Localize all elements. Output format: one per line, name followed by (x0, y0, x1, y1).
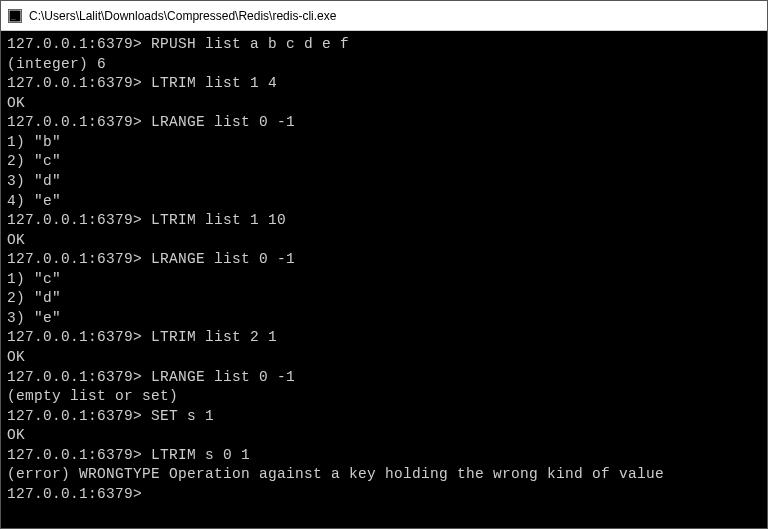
terminal-output-line: (integer) 6 (7, 55, 761, 75)
terminal-command-line: 127.0.0.1:6379> LRANGE list 0 -1 (7, 368, 761, 388)
terminal-icon: _ (7, 8, 23, 24)
terminal-command-line: 127.0.0.1:6379> LTRIM s 0 1 (7, 446, 761, 466)
terminal-output-line: OK (7, 426, 761, 446)
terminal-command-line: 127.0.0.1:6379> LRANGE list 0 -1 (7, 250, 761, 270)
terminal-output-line: (error) WRONGTYPE Operation against a ke… (7, 465, 761, 485)
terminal-command-line: 127.0.0.1:6379> SET s 1 (7, 407, 761, 427)
window-title: C:\Users\Lalit\Downloads\Compressed\Redi… (29, 9, 336, 23)
terminal-output-line: (empty list or set) (7, 387, 761, 407)
terminal-command-line: 127.0.0.1:6379> LTRIM list 2 1 (7, 328, 761, 348)
svg-text:_: _ (11, 11, 16, 20)
window-titlebar[interactable]: _ C:\Users\Lalit\Downloads\Compressed\Re… (1, 1, 767, 31)
terminal-output-line: 3) "d" (7, 172, 761, 192)
terminal-command-line: 127.0.0.1:6379> (7, 485, 761, 505)
terminal-output-line: 2) "c" (7, 152, 761, 172)
terminal-output-line: OK (7, 348, 761, 368)
terminal-output-line: OK (7, 94, 761, 114)
terminal-output-line: 1) "b" (7, 133, 761, 153)
terminal-output-line: 3) "e" (7, 309, 761, 329)
terminal-output-line: OK (7, 231, 761, 251)
terminal-output-line: 1) "c" (7, 270, 761, 290)
terminal-output[interactable]: 127.0.0.1:6379> RPUSH list a b c d e f(i… (1, 31, 767, 509)
terminal-command-line: 127.0.0.1:6379> LRANGE list 0 -1 (7, 113, 761, 133)
terminal-command-line: 127.0.0.1:6379> RPUSH list a b c d e f (7, 35, 761, 55)
terminal-command-line: 127.0.0.1:6379> LTRIM list 1 10 (7, 211, 761, 231)
terminal-output-line: 4) "e" (7, 192, 761, 212)
terminal-command-line: 127.0.0.1:6379> LTRIM list 1 4 (7, 74, 761, 94)
terminal-output-line: 2) "d" (7, 289, 761, 309)
